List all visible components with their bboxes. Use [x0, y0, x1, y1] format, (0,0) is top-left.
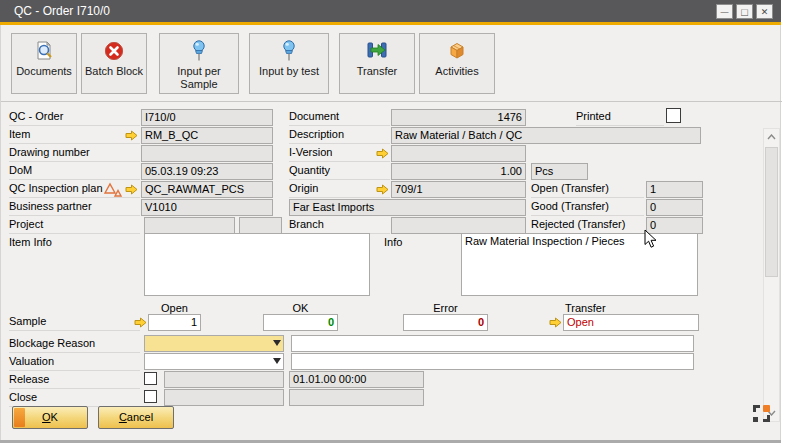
release-date-field[interactable]: 01.01.00 00:00: [289, 371, 424, 388]
inspection-plan-scale-icon[interactable]: [103, 182, 124, 199]
cancel-button-label: Cancel: [119, 411, 153, 423]
window-body: Documents Batch Block Inp: [0, 25, 781, 440]
item-field[interactable]: RM_B_QC: [141, 127, 273, 144]
project-field[interactable]: [144, 217, 235, 234]
blockage-reason-label: Blockage Reason: [9, 336, 140, 353]
sample-ok-header: OK: [263, 301, 338, 315]
valuation-label: Valuation: [9, 354, 140, 371]
sample-open-field[interactable]: 1: [148, 314, 201, 331]
origin-link-arrow-icon[interactable]: [376, 184, 389, 197]
good-transfer-field[interactable]: 0: [646, 199, 703, 216]
item-link-arrow-icon[interactable]: [125, 130, 138, 143]
batch-block-button[interactable]: Batch Block: [81, 33, 147, 94]
transfer-button[interactable]: Transfer: [339, 33, 415, 94]
branch-field[interactable]: [391, 217, 526, 234]
branch-label: Branch: [289, 217, 390, 234]
cube-icon: [420, 40, 494, 62]
close-button[interactable]: ✕: [756, 4, 773, 19]
transfer-link-arrow-icon[interactable]: [549, 317, 562, 330]
input-by-test-button[interactable]: Input by test: [249, 33, 329, 94]
minimize-button[interactable]: —: [716, 4, 733, 19]
document-search-icon: [12, 40, 76, 62]
chevron-up-icon: [767, 134, 776, 140]
ok-button-label: OK: [42, 411, 58, 423]
toolbar-separator: [1, 101, 782, 102]
toolbar-button-label: Input by test: [250, 65, 328, 78]
open-transfer-field[interactable]: 1: [646, 181, 703, 198]
description-label: Description: [289, 127, 390, 144]
business-partner-name-field[interactable]: Far East Imports: [289, 199, 526, 216]
window-title: QC - Order I710/0: [14, 0, 110, 22]
pushpin-icon: [250, 40, 328, 62]
project-label: Project: [9, 217, 140, 234]
qc-inspection-plan-field[interactable]: QC_RAWMAT_PCS: [141, 181, 273, 198]
sample-ok-field[interactable]: 0: [263, 314, 338, 331]
dom-label: DoM: [9, 163, 140, 180]
description-field[interactable]: Raw Material / Batch / QC: [391, 127, 701, 144]
release-label: Release: [9, 372, 140, 389]
toolbar-button-label: Input per Sample: [160, 65, 238, 91]
info-textarea[interactable]: Raw Material Inspection / Pieces: [461, 233, 698, 296]
origin-label: Origin: [289, 181, 390, 198]
vertical-scrollbar[interactable]: [763, 128, 780, 422]
blockage-reason-dropdown[interactable]: [144, 335, 284, 352]
chevron-down-icon[interactable]: [273, 340, 281, 346]
expand-form-icon[interactable]: [753, 405, 770, 422]
sample-transfer-header: Transfer: [563, 301, 699, 315]
close-icon: ✕: [761, 7, 769, 17]
blockage-reason-text-field[interactable]: [291, 335, 694, 352]
document-field[interactable]: 1476: [391, 109, 526, 126]
block-icon: [82, 40, 146, 62]
cancel-button[interactable]: Cancel: [98, 406, 174, 429]
input-per-sample-button[interactable]: Input per Sample: [159, 33, 239, 94]
printed-checkbox[interactable]: [666, 108, 681, 123]
close-date-field[interactable]: [289, 389, 424, 406]
open-transfer-label: Open (Transfer): [531, 181, 644, 198]
toolbar-button-label: Batch Block: [82, 65, 146, 78]
sample-label: Sample: [9, 314, 140, 331]
sample-link-arrow-icon[interactable]: [134, 317, 147, 330]
item-label: Item: [9, 127, 140, 144]
sample-error-header: Error: [403, 301, 488, 315]
toolbar-button-label: Documents: [12, 65, 76, 78]
scrollbar-thumb[interactable]: [765, 147, 778, 277]
origin-field[interactable]: 709/1: [391, 181, 526, 198]
valuation-dropdown[interactable]: [144, 353, 284, 370]
activities-button[interactable]: Activities: [419, 33, 495, 94]
document-label: Document: [289, 109, 390, 126]
i-version-field[interactable]: [391, 145, 526, 162]
ok-button[interactable]: OK: [12, 406, 88, 429]
pushpin-icon: [160, 40, 238, 62]
quantity-label: Quantity: [289, 163, 390, 180]
inspection-plan-link-arrow-icon[interactable]: [125, 184, 138, 197]
close-field[interactable]: [164, 389, 284, 406]
project-field-2[interactable]: [239, 217, 282, 234]
item-info-textarea[interactable]: [144, 233, 370, 296]
drawing-number-label: Drawing number: [9, 145, 140, 162]
business-partner-code-field[interactable]: V1010: [141, 199, 273, 216]
valuation-text-field[interactable]: [291, 353, 694, 370]
qc-order-field[interactable]: I710/0: [141, 109, 273, 126]
documents-button[interactable]: Documents: [11, 33, 77, 94]
chevron-down-icon[interactable]: [273, 358, 281, 364]
good-transfer-label: Good (Transfer): [531, 199, 644, 216]
close-checkbox[interactable]: [144, 390, 157, 403]
minimize-icon: —: [721, 7, 729, 16]
scroll-up-button[interactable]: [764, 129, 779, 145]
sample-error-field[interactable]: 0: [403, 314, 488, 331]
close-row-label: Close: [9, 390, 140, 407]
quantity-field[interactable]: 1.00: [391, 163, 526, 180]
dom-field[interactable]: 05.03.19 09:23: [141, 163, 273, 180]
drawing-number-field[interactable]: [141, 145, 273, 162]
window-bottom-border: [0, 440, 781, 443]
i-version-label: I-Version: [289, 145, 390, 162]
maximize-button[interactable]: □: [736, 4, 753, 19]
i-version-link-arrow-icon[interactable]: [376, 148, 389, 161]
transfer-icon: [340, 40, 414, 62]
release-field[interactable]: [164, 371, 284, 388]
rejected-transfer-field[interactable]: 0: [646, 217, 703, 234]
toolbar-button-label: Transfer: [340, 65, 414, 78]
uom-field[interactable]: Pcs: [531, 163, 588, 180]
release-checkbox[interactable]: [144, 372, 157, 385]
sample-transfer-field[interactable]: Open: [563, 314, 699, 331]
